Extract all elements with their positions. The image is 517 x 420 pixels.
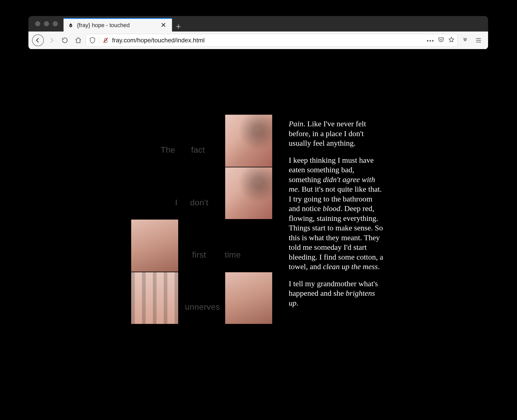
urlbar-actions xyxy=(426,36,455,44)
image-fragment xyxy=(131,272,178,324)
story-emphasis: blood xyxy=(323,204,340,213)
story-text: . xyxy=(296,299,299,307)
url-text: fray.com/hope/touched/index.html xyxy=(112,37,424,44)
titlebar: {fray} hope - touched ✕ + xyxy=(28,16,488,32)
window-minimize-button[interactable] xyxy=(44,21,49,26)
page-actions-button[interactable] xyxy=(426,38,434,43)
browser-window: {fray} hope - touched ✕ + fray.com xyxy=(28,16,488,49)
story-emphasis: Pain xyxy=(289,119,303,128)
tracking-protection-icon[interactable] xyxy=(89,36,96,44)
image-fragment xyxy=(225,115,272,167)
back-button[interactable] xyxy=(32,34,44,46)
window-controls xyxy=(28,16,64,32)
pocket-button[interactable] xyxy=(438,36,444,44)
window-close-button[interactable] xyxy=(35,21,40,26)
favicon-icon xyxy=(68,22,74,28)
window-zoom-button[interactable] xyxy=(53,21,58,26)
tab-strip: {fray} hope - touched ✕ + xyxy=(64,16,185,32)
story-text: . Deep red, flowing, staining everything… xyxy=(289,204,383,271)
poem-word: I xyxy=(175,198,177,207)
new-tab-button[interactable]: + xyxy=(172,21,185,32)
tab-title: {fray} hope - touched xyxy=(77,22,156,29)
image-fragment xyxy=(131,220,178,272)
page-content: The fact I don't first time unnerves Pai… xyxy=(0,0,517,420)
poem-word: The xyxy=(161,145,175,155)
home-button[interactable] xyxy=(72,34,84,46)
bookmark-button[interactable] xyxy=(448,36,455,44)
forward-button[interactable] xyxy=(45,34,57,46)
app-menu-button[interactable] xyxy=(473,34,484,46)
separator xyxy=(99,36,99,44)
story-emphasis: clean up the mess xyxy=(323,262,378,271)
toolbar: fray.com/hope/touched/index.html xyxy=(28,32,488,49)
story-text: . xyxy=(378,262,380,271)
story-paragraph: Pain. Like I've never felt before, in a … xyxy=(289,119,384,148)
reload-button[interactable] xyxy=(59,34,71,46)
poem-word: fact xyxy=(191,145,205,155)
svg-point-1 xyxy=(71,25,71,26)
poem-word: time xyxy=(225,250,241,260)
story-paragraph: I tell my grandmother what's happened an… xyxy=(289,279,384,308)
viewport xyxy=(28,49,488,49)
poem-word: first xyxy=(192,250,206,260)
poem-word: don't xyxy=(190,198,208,207)
tab-active[interactable]: {fray} hope - touched ✕ xyxy=(64,18,172,32)
insecure-connection-icon[interactable] xyxy=(102,36,109,44)
poem-word: unnerves xyxy=(185,302,220,312)
image-fragment xyxy=(225,272,272,324)
overflow-button[interactable] xyxy=(459,34,471,46)
tab-close-button[interactable]: ✕ xyxy=(160,21,167,29)
image-fragment xyxy=(225,167,272,219)
story-column: Pain. Like I've never felt before, in a … xyxy=(289,119,384,315)
story-paragraph: I keep thinking I must have eaten someth… xyxy=(289,155,384,271)
url-bar[interactable]: fray.com/hope/touched/index.html xyxy=(86,34,458,47)
